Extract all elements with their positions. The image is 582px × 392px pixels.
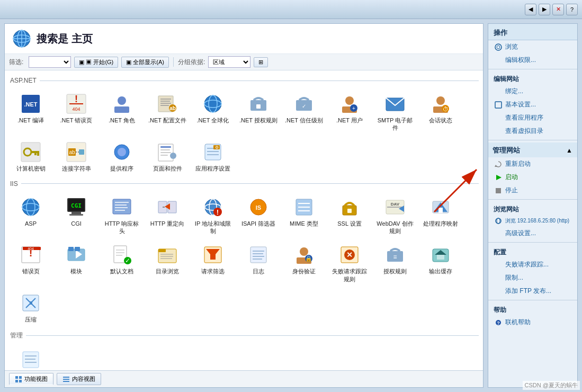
tab-feature-view[interactable]: 功能视图: [9, 373, 53, 385]
right-ftp[interactable]: 添加 FTP 发布...: [488, 284, 577, 298]
item-error-page[interactable]: !404 错误页: [9, 240, 52, 287]
svg-text:IS: IS: [256, 204, 261, 211]
ssl-icon: [339, 197, 360, 218]
svg-rect-49: [160, 146, 171, 148]
item-mime[interactable]: MIME 类型: [282, 193, 326, 239]
auth-rule-icon: ≡: [384, 244, 406, 265]
right-fail-track[interactable]: 失败请求跟踪...: [488, 258, 577, 271]
right-browse-http[interactable]: 浏览 192.168.6.25:80 (http): [488, 215, 577, 227]
svg-rect-152: [495, 102, 502, 108]
show-all-button[interactable]: ▣ 全部显示(A): [121, 57, 169, 68]
item-http-redirect[interactable]: HTTP 重定向: [146, 193, 189, 239]
item-cfg-editor[interactable]: 配置编辑器: [9, 345, 52, 370]
item-log[interactable]: 日志: [237, 240, 280, 287]
start-icon: ▣: [79, 59, 84, 66]
item-auth-rule[interactable]: ≡ 授权规则: [373, 240, 417, 287]
item-fail-req[interactable]: ✕ 失败请求跟踪规则: [328, 240, 371, 287]
section-aspnet: ASP.NET: [9, 75, 479, 87]
item-provider[interactable]: 提供程序: [100, 138, 144, 176]
svg-text:⏱: ⏱: [443, 106, 449, 112]
svg-rect-146: [19, 380, 22, 382]
collapse-button[interactable]: ▲: [566, 147, 573, 154]
item-req-filter[interactable]: 请求筛选: [191, 240, 235, 287]
forward-icon[interactable]: ▶: [539, 4, 550, 15]
item-net-config[interactable]: ab .NET 配置文件: [146, 90, 189, 136]
start-button[interactable]: ▣ ▣ 开始(G): [74, 57, 118, 68]
help-icon[interactable]: ?: [566, 4, 578, 15]
svg-rect-68: [113, 199, 131, 214]
key-icon: [20, 141, 41, 163]
right-restart[interactable]: 重新启动: [488, 157, 577, 171]
item-session[interactable]: ⏱ 会话状态: [419, 90, 462, 136]
item-webdav[interactable]: DAV WebDAV 创作规则: [373, 193, 417, 239]
svg-text:✓: ✓: [125, 257, 130, 264]
item-smtp[interactable]: SMTP 电子邮件: [373, 90, 417, 136]
right-bind[interactable]: 绑定...: [488, 85, 577, 98]
item-ip-domain[interactable]: ! IP 地址和域限制: [191, 193, 235, 239]
item-compress[interactable]: 压缩: [9, 289, 52, 327]
item-net-global[interactable]: .NET 全球化: [191, 90, 235, 136]
svg-text:DAV: DAV: [391, 202, 400, 207]
bottom-tabs: 功能视图 内容视图: [5, 370, 483, 387]
item-auth[interactable]: 🔒 身份验证: [282, 240, 326, 287]
right-stop[interactable]: 停止: [488, 184, 577, 197]
smtp-icon: [384, 93, 406, 114]
right-advanced[interactable]: 高级设置...: [488, 227, 577, 240]
right-edit-perm[interactable]: 编辑权限...: [488, 54, 577, 67]
item-key[interactable]: 计算机密钥: [9, 138, 52, 176]
icons-area[interactable]: ASP.NET .NET .NET 编译 !404 .NET 错误页: [5, 70, 483, 370]
item-app-setting[interactable]: ⚙ 应用程序设置: [191, 138, 235, 176]
item-page-control[interactable]: 页面和控件: [146, 138, 189, 176]
item-http-header[interactable]: HTTP 响应标头: [100, 193, 144, 239]
item-handler[interactable]: 处理程序映射: [419, 193, 462, 239]
svg-text:!: !: [217, 208, 219, 216]
item-module[interactable]: 模块: [55, 240, 98, 287]
item-net-auth[interactable]: .NET 授权规则: [237, 90, 280, 136]
item-isapi[interactable]: IS ISAPI 筛选器: [237, 193, 280, 239]
compress-icon: [20, 292, 41, 314]
item-net-trust[interactable]: ✓ .NET 信任级别: [282, 90, 326, 136]
item-ssl[interactable]: SSL 设置: [328, 193, 371, 239]
svg-text:+: +: [352, 105, 355, 111]
right-start[interactable]: 启动: [488, 171, 577, 184]
manage-site-header: 管理网站 ▲: [488, 142, 577, 157]
net-global-icon: [202, 93, 223, 114]
right-browse[interactable]: 浏览: [488, 40, 577, 54]
item-dir-browse[interactable]: 目录浏览: [146, 240, 189, 287]
item-asp[interactable]: ASP: [9, 193, 52, 239]
iis-grid: ASP CGI CGI: [9, 191, 479, 329]
svg-text:.NET: .NET: [24, 101, 37, 108]
item-net-compile[interactable]: .NET .NET 编译: [9, 90, 52, 136]
right-view-vdir[interactable]: 查看虚拟目录: [488, 124, 577, 138]
right-basic-setting[interactable]: 基本设置...: [488, 98, 577, 111]
item-cgi[interactable]: CGI CGI: [55, 193, 98, 239]
right-limit[interactable]: 限制...: [488, 271, 577, 284]
top-bar: ◀ ▶ ✕ ?: [0, 0, 582, 19]
svg-point-60: [22, 199, 39, 216]
svg-rect-66: [71, 212, 81, 214]
right-view-app[interactable]: 查看应用程序: [488, 111, 577, 124]
svg-point-150: [495, 44, 502, 50]
toolbar: 筛选: ▣ ▣ 开始(G) ▣ 全部显示(A) 分组依据: 区域 ⊞: [5, 54, 483, 70]
refresh-icon[interactable]: ✕: [552, 4, 564, 15]
svg-marker-138: [30, 301, 32, 305]
svg-rect-50: [160, 149, 170, 150]
svg-point-151: [497, 46, 500, 49]
item-net-role[interactable]: .NET 角色: [100, 90, 144, 136]
back-icon[interactable]: ◀: [525, 4, 536, 15]
item-net-error[interactable]: !404 .NET 错误页: [55, 90, 98, 136]
module-icon: [66, 244, 87, 265]
main-container: 搜索是 主页 筛选: ▣ ▣ 开始(G) ▣ 全部显示(A) 分组依据: 区域 …: [0, 19, 582, 392]
log-icon: [248, 244, 269, 265]
item-default-doc[interactable]: ✓ 默认文档: [100, 240, 144, 287]
tab-content-view[interactable]: 内容视图: [57, 373, 101, 385]
item-net-user[interactable]: + .NET 用户: [328, 90, 371, 136]
item-output-cache[interactable]: 输出缓存: [419, 240, 462, 287]
svg-text:✕: ✕: [346, 251, 353, 259]
right-online-help[interactable]: ? 联机帮助: [488, 316, 577, 329]
groupby-select[interactable]: 区域: [208, 56, 250, 68]
svg-rect-53: [170, 153, 176, 159]
filter-select[interactable]: [29, 56, 71, 68]
item-conn-string[interactable]: ab 连接字符串: [55, 138, 98, 176]
view-button[interactable]: ⊞: [254, 57, 268, 67]
